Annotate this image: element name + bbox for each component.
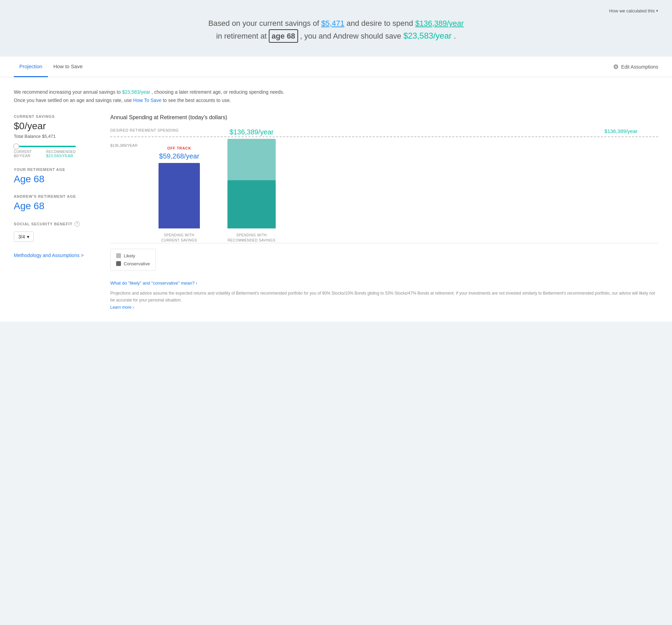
faq-link[interactable]: What do "likely" and "conservative" mean…	[110, 280, 658, 286]
edit-assumptions-button[interactable]: ⚙ Edit Assumptions	[613, 63, 658, 71]
bar1-caption: SPENDING WITHCURRENT SAVINGS	[161, 233, 197, 243]
current-savings-section: Current Savings $0/year Total Balance $5…	[14, 114, 96, 158]
current-savings-value: $0/year	[14, 121, 96, 132]
likely-label: Likely	[124, 253, 135, 258]
savings-slider-container	[14, 146, 96, 147]
tabs-bar: Projection How to Save ⚙ Edit Assumption…	[0, 57, 672, 77]
recommended-savings-amount: $23,583/year	[403, 31, 451, 40]
slider-current-label: Current $0/year	[14, 150, 32, 158]
bar-recommended-savings: $136,389/year SPENDING WITHRECOMMENDED S…	[227, 128, 276, 243]
edit-assumptions-label: Edit Assumptions	[621, 64, 658, 70]
retirement-age-value: Age 68	[14, 174, 96, 185]
how-calculated-label: How we calculated this	[609, 8, 655, 13]
how-calculated-button[interactable]: How we calculated this ▾	[609, 8, 658, 13]
off-track-label: OFF TRACK	[167, 146, 191, 150]
left-panel: Current Savings $0/year Total Balance $5…	[14, 114, 96, 311]
disclaimer-content: Projections and advice assume the expect…	[110, 291, 655, 303]
andrew-age-label: Andrew's Retirement Age	[14, 194, 96, 198]
retirement-age-highlight: age 68	[269, 29, 298, 43]
slider-recommended-label: Recommended $23,583/year	[46, 150, 76, 158]
andrew-age-value: Age 68	[14, 201, 96, 212]
desired-spend-link[interactable]: $136,389/year	[415, 19, 464, 28]
summary-part2: and desire to spend	[347, 19, 413, 28]
current-savings-label: Current Savings	[14, 114, 96, 119]
tab-how-to-save[interactable]: How to Save	[48, 57, 88, 77]
slider-thumb[interactable]	[13, 143, 19, 150]
sliders-icon: ⚙	[613, 63, 619, 71]
legend-likely: Likely	[116, 253, 150, 258]
rec-part1: We recommend increasing your annual savi…	[14, 89, 121, 95]
ss-benefit-section: Social Security Benefit ? 3/4 ▾	[14, 221, 96, 242]
legend-box: Likely Conservative	[110, 249, 156, 271]
bar-current-savings: OFF TRACK $59,268/year SPENDING WITHCURR…	[159, 146, 200, 243]
slider-fill	[14, 146, 76, 147]
andrew-age-section: Andrew's Retirement Age Age 68	[14, 194, 96, 212]
summary-text: Based on your current savings of $5,471 …	[198, 10, 474, 43]
current-savings-link[interactable]: $5,471	[321, 19, 344, 28]
rec-part3: Once you have settled on an age and savi…	[14, 98, 132, 103]
conservative-swatch	[116, 261, 121, 266]
bar-green-bottom	[227, 180, 276, 228]
likely-swatch	[116, 253, 121, 258]
legend-conservative: Conservative	[116, 261, 150, 266]
chevron-down-icon: ▾	[27, 234, 29, 239]
how-to-save-link[interactable]: How To Save	[133, 98, 161, 103]
learn-more-link[interactable]: Learn more ›	[110, 305, 134, 310]
rec-part2: , choosing a later retirement age, or re…	[152, 89, 284, 95]
content-grid: Current Savings $0/year Total Balance $5…	[14, 114, 658, 311]
slider-track[interactable]	[14, 146, 76, 147]
ss-label: Social Security Benefit ?	[14, 221, 96, 227]
ss-value: 3/4	[18, 234, 25, 239]
recommendation-text: We recommend increasing your annual savi…	[14, 88, 658, 105]
bar-blue	[159, 163, 200, 228]
main-content: We recommend increasing your annual savi…	[0, 77, 672, 322]
bar-green-top	[227, 139, 276, 180]
tab-projection[interactable]: Projection	[14, 57, 48, 77]
conservative-label: Conservative	[124, 261, 150, 266]
slider-labels: Current $0/year Recommended $23,583/year	[14, 150, 76, 158]
chevron-down-icon: ▾	[656, 9, 658, 13]
methodology-link[interactable]: Methodology and Assumptions >	[14, 252, 96, 259]
bar1-value: $59,268/year	[159, 152, 200, 160]
rec-amount: $23,583/year	[122, 89, 150, 95]
disclaimer-text: Projections and advice assume the expect…	[110, 290, 658, 311]
question-icon[interactable]: ?	[74, 221, 80, 227]
rec-part4: to see the best accounts to use.	[163, 98, 231, 103]
ss-dropdown[interactable]: 3/4 ▾	[14, 232, 34, 242]
summary-bar: How we calculated this ▾ Based on your c…	[0, 0, 672, 57]
summary-part1: Based on your current savings of	[208, 19, 319, 28]
bar2-value: $136,389/year	[230, 128, 274, 136]
summary-part5: .	[454, 32, 456, 40]
retirement-age-label: Your Retirement Age	[14, 167, 96, 172]
summary-part3: in retirement at	[216, 32, 267, 40]
summary-part4: , you and Andrew should save	[300, 32, 401, 40]
right-panel: Annual Spending at Retirement (today's d…	[110, 114, 658, 311]
bar-green-wrapper	[227, 139, 276, 228]
bar2-caption: SPENDING WITHRECOMMENDED SAVINGS	[228, 233, 275, 243]
retirement-age-section: Your Retirement Age Age 68	[14, 167, 96, 185]
total-balance: Total Balance $5,471	[14, 134, 96, 139]
chart-title: Annual Spending at Retirement (today's d…	[110, 114, 658, 121]
